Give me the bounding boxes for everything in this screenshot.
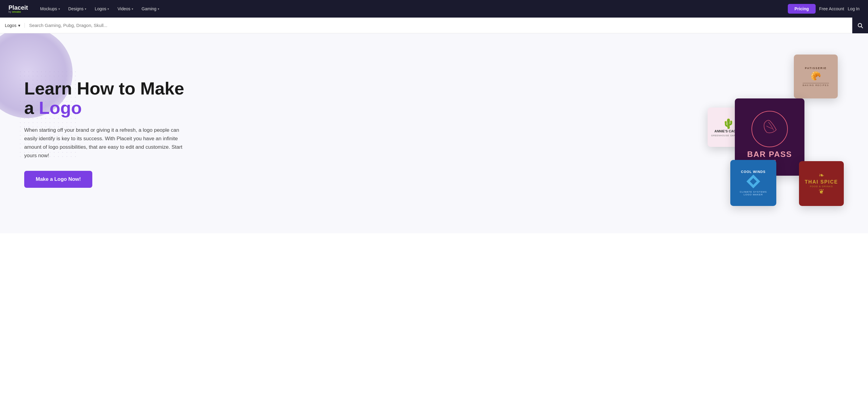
nav-gaming[interactable]: Gaming ▾ bbox=[138, 4, 163, 13]
cactus-icon: 🌵 bbox=[722, 118, 735, 129]
search-bar: Logos ▾ bbox=[0, 18, 868, 33]
search-category-selector[interactable]: Logos ▾ bbox=[5, 23, 25, 28]
hero-description: When starting off your brand or giving i… bbox=[24, 126, 188, 160]
logo[interactable]: Placeit by envato bbox=[8, 4, 28, 13]
search-input[interactable] bbox=[29, 23, 852, 28]
barpass-icon bbox=[759, 117, 780, 141]
svg-point-0 bbox=[858, 23, 862, 27]
chevron-down-icon: ▾ bbox=[85, 7, 86, 10]
coolwinds-title: COOL WINDS bbox=[741, 170, 766, 174]
coolwinds-card: COOL WINDS CLIMATE SYSTEMSLOGO MAKER bbox=[730, 160, 776, 206]
croissant-icon: 🥐 bbox=[810, 71, 821, 81]
barpass-circle bbox=[751, 111, 788, 147]
chevron-down-icon: ▾ bbox=[132, 7, 133, 10]
divider bbox=[803, 83, 829, 83]
chevron-down-icon: ▾ bbox=[158, 7, 159, 10]
nav-right: Pricing Free Account Log In bbox=[788, 4, 860, 13]
coolwinds-sub: CLIMATE SYSTEMSLOGO MAKER bbox=[740, 191, 767, 196]
cta-button[interactable]: Make a Logo Now! bbox=[24, 171, 92, 188]
thaispice-card: ❧ THAI SPICE FOOD & DRINKS ❦ bbox=[799, 161, 844, 206]
patisserie-card: PATISSERIE 🥐 BAKING RECIPES bbox=[794, 55, 838, 98]
nav-items: Mockups ▾ Designs ▾ Logos ▾ Videos ▾ Gam… bbox=[36, 4, 785, 13]
login-link[interactable]: Log In bbox=[848, 6, 860, 11]
thai-ornament-icon: ❧ bbox=[819, 171, 824, 179]
hero-content: Learn How to Make a Logo When starting o… bbox=[0, 61, 212, 206]
hero-logo-cards: PATISSERIE 🥐 BAKING RECIPES 🌵 ANNIE'S CA… bbox=[692, 33, 868, 233]
chevron-down-icon: ▾ bbox=[18, 23, 20, 28]
logo-name: Placeit bbox=[8, 4, 28, 11]
chevron-down-icon: ▾ bbox=[58, 7, 60, 10]
cards-stack: PATISSERIE 🥐 BAKING RECIPES 🌵 ANNIE'S CA… bbox=[705, 52, 856, 215]
search-category-label: Logos bbox=[5, 23, 17, 28]
navbar: Placeit by envato Mockups ▾ Designs ▾ Lo… bbox=[0, 0, 868, 18]
search-button[interactable] bbox=[852, 18, 868, 33]
thai-ornament-bottom-icon: ❦ bbox=[819, 188, 824, 196]
chevron-down-icon: ▾ bbox=[107, 7, 109, 10]
nav-mockups[interactable]: Mockups ▾ bbox=[36, 4, 63, 13]
search-icon bbox=[857, 22, 863, 28]
free-account-link[interactable]: Free Account bbox=[819, 6, 844, 11]
nav-designs[interactable]: Designs ▾ bbox=[65, 4, 90, 13]
nav-logos[interactable]: Logos ▾ bbox=[91, 4, 113, 13]
hero-section: Learn How to Make a Logo When starting o… bbox=[0, 33, 868, 233]
pricing-button[interactable]: Pricing bbox=[788, 4, 815, 13]
svg-line-1 bbox=[861, 27, 863, 28]
nav-videos[interactable]: Videos ▾ bbox=[114, 4, 137, 13]
hero-title: Learn How to Make a Logo bbox=[24, 79, 188, 117]
